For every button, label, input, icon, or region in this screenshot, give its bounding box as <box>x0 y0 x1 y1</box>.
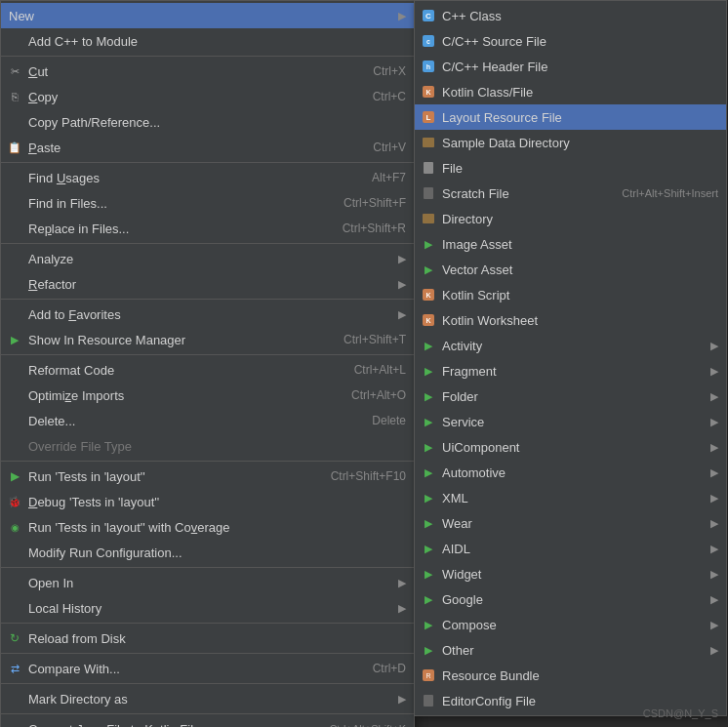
menu-item-fragment[interactable]: ▶ Fragment ▶ <box>415 358 726 384</box>
menu-item-debug[interactable]: 🐞 Debug 'Tests in 'layout'' <box>1 489 414 514</box>
cut-label: Cut <box>28 64 48 79</box>
menu-item-other[interactable]: ▶ Other ▶ <box>415 637 726 663</box>
modify-run-label: Modify Run Configuration... <box>28 545 182 560</box>
file-label: File <box>442 161 463 176</box>
menu-item-cut[interactable]: ✂ Cut Ctrl+X <box>1 59 414 84</box>
menu-item-service[interactable]: ▶ Service ▶ <box>415 409 726 434</box>
menu-item-add-favorites[interactable]: Add to Favorites ▶ <box>1 302 414 327</box>
uicomponent-icon: ▶ <box>421 439 436 455</box>
menu-item-mark-dir[interactable]: Mark Directory as ▶ <box>1 686 414 711</box>
menu-item-cpp-class[interactable]: C C++ Class <box>415 3 726 28</box>
service-label: Service <box>442 415 484 429</box>
menu-item-override: Override File Type <box>1 433 414 459</box>
cut-icon: ✂ <box>7 63 22 79</box>
directory-label: Directory <box>442 212 493 226</box>
refactor-label: Refactor <box>28 277 76 292</box>
wear-label: Wear <box>442 516 472 531</box>
debug-icon: 🐞 <box>7 494 22 509</box>
menu-item-automotive[interactable]: ▶ Automotive ▶ <box>415 460 726 485</box>
menu-item-refactor[interactable]: Refactor ▶ <box>1 271 414 297</box>
aidl-label: AIDL <box>442 542 470 556</box>
google-icon: ▶ <box>421 591 436 607</box>
menu-item-reload[interactable]: ↻ Reload from Disk <box>1 626 414 651</box>
scratch-label: Scratch File <box>442 186 509 201</box>
menu-item-delete[interactable]: Delete... Delete <box>1 408 414 433</box>
menu-item-local-history[interactable]: Local History ▶ <box>1 595 414 621</box>
automotive-icon: ▶ <box>421 464 436 480</box>
menu-item-run-coverage[interactable]: ◉ Run 'Tests in 'layout'' with Coverage <box>1 514 414 540</box>
resource-bundle-icon: R <box>421 667 436 683</box>
menu-item-vector-asset[interactable]: ▶ Vector Asset <box>415 257 726 282</box>
debug-label: Debug 'Tests in 'layout'' <box>28 495 159 509</box>
menu-item-replace[interactable]: Replace in Files... Ctrl+Shift+R <box>1 216 414 241</box>
menu-item-kotlin-worksheet[interactable]: K Kotlin Worksheet <box>415 307 726 333</box>
menu-item-show-resource[interactable]: ▶ Show In Resource Manager Ctrl+Shift+T <box>1 327 414 352</box>
vector-asset-icon: ▶ <box>421 262 436 277</box>
menu-item-aidl[interactable]: ▶ AIDL ▶ <box>415 536 726 561</box>
menu-item-reformat[interactable]: Reformat Code Ctrl+Alt+L <box>1 357 414 383</box>
local-history-arrow: ▶ <box>398 602 406 615</box>
optimize-label: Optimize Imports <box>28 388 124 403</box>
menu-item-xml[interactable]: ▶ XML ▶ <box>415 485 726 510</box>
copy-shortcut: Ctrl+C <box>353 90 406 103</box>
automotive-label: Automotive <box>442 465 506 480</box>
editor-config-label: EditorConfig File <box>442 694 536 708</box>
activity-arrow: ▶ <box>710 340 718 352</box>
other-arrow: ▶ <box>710 644 718 657</box>
menu-item-scratch[interactable]: Scratch File Ctrl+Alt+Shift+Insert <box>415 181 726 206</box>
aidl-arrow: ▶ <box>710 543 718 555</box>
menu-item-copy-path[interactable]: Copy Path/Reference... <box>1 109 414 135</box>
kotlin-worksheet-icon: K <box>421 312 436 328</box>
menu-item-sample-data[interactable]: Sample Data Directory <box>415 130 726 155</box>
service-arrow: ▶ <box>710 416 718 428</box>
other-label: Other <box>442 643 474 658</box>
menu-item-new[interactable]: New ▶ <box>1 3 414 28</box>
menu-item-convert[interactable]: Convert Java File to Kotlin File Ctrl+Al… <box>1 716 414 727</box>
menu-item-kotlin-script[interactable]: K Kotlin Script <box>415 282 726 307</box>
menu-item-find-files[interactable]: Find in Files... Ctrl+Shift+F <box>1 190 414 216</box>
menu-item-open-in[interactable]: Open In ▶ <box>1 570 414 595</box>
menu-item-compose[interactable]: ▶ Compose ▶ <box>415 612 726 637</box>
menu-item-resource-bundle[interactable]: R Resource Bundle <box>415 663 726 688</box>
paste-shortcut: Ctrl+V <box>353 141 406 154</box>
menu-item-optimize[interactable]: Optimize Imports Ctrl+Alt+O <box>1 383 414 408</box>
cpp-source-icon: c <box>421 33 436 49</box>
open-in-arrow: ▶ <box>398 577 406 589</box>
sample-data-icon <box>421 135 436 150</box>
menu-item-cpp-header[interactable]: h C/C++ Header File <box>415 54 726 79</box>
menu-item-add-cpp[interactable]: Add C++ to Module <box>1 28 414 54</box>
android-icon-1: ▶ <box>7 332 22 347</box>
menu-item-paste[interactable]: 📋 Paste Ctrl+V <box>1 135 414 160</box>
menu-item-layout-resource[interactable]: L Layout Resource File <box>415 104 726 130</box>
menu-item-folder[interactable]: ▶ Folder ▶ <box>415 384 726 409</box>
menu-item-activity[interactable]: ▶ Activity ▶ <box>415 333 726 358</box>
menu-item-cpp-source[interactable]: c C/C++ Source File <box>415 28 726 54</box>
menu-item-google[interactable]: ▶ Google ▶ <box>415 586 726 612</box>
folder-label: Folder <box>442 389 478 404</box>
divider-10 <box>1 683 414 684</box>
menu-item-file[interactable]: File <box>415 155 726 181</box>
menu-item-kotlin-class[interactable]: K Kotlin Class/File <box>415 79 726 104</box>
override-label: Override File Type <box>28 439 132 454</box>
menu-item-copy[interactable]: ⎘ Copy Ctrl+C <box>1 84 414 109</box>
menu-item-run[interactable]: ▶ Run 'Tests in 'layout'' Ctrl+Shift+F10 <box>1 464 414 489</box>
menu-item-wear[interactable]: ▶ Wear ▶ <box>415 510 726 536</box>
activity-icon: ▶ <box>421 338 436 353</box>
menu-item-widget[interactable]: ▶ Widget ▶ <box>415 561 726 586</box>
paste-icon: 📋 <box>7 140 22 155</box>
menu-item-image-asset[interactable]: ▶ Image Asset <box>415 231 726 257</box>
add-cpp-label: Add C++ to Module <box>28 34 138 49</box>
widget-label: Widget <box>442 567 481 582</box>
menu-item-analyze[interactable]: Analyze ▶ <box>1 246 414 271</box>
folder-icon: ▶ <box>421 388 436 404</box>
menu-item-directory[interactable]: Directory <box>415 206 726 231</box>
vector-asset-label: Vector Asset <box>442 263 512 277</box>
coverage-icon: ◉ <box>7 519 22 535</box>
reformat-label: Reformat Code <box>28 363 114 378</box>
menu-item-modify-run[interactable]: Modify Run Configuration... <box>1 540 414 565</box>
wear-arrow: ▶ <box>710 517 718 530</box>
menu-item-find-usages[interactable]: Find Usages Alt+F7 <box>1 165 414 190</box>
aidl-icon: ▶ <box>421 541 436 556</box>
menu-item-uicomponent[interactable]: ▶ UiComponent ▶ <box>415 434 726 460</box>
menu-item-compare[interactable]: ⇄ Compare With... Ctrl+D <box>1 656 414 681</box>
